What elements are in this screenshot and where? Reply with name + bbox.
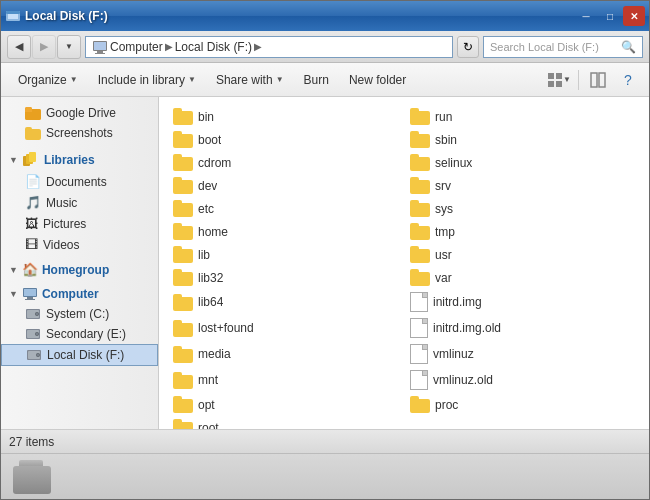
- maximize-button[interactable]: □: [599, 6, 621, 26]
- close-button[interactable]: ✕: [623, 6, 645, 26]
- sidebar-item-local-disk-f[interactable]: Local Disk (F:): [1, 344, 158, 366]
- dropdown-button[interactable]: ▼: [57, 35, 81, 59]
- new-folder-button[interactable]: New folder: [340, 67, 415, 93]
- file-item[interactable]: home: [167, 220, 404, 243]
- file-item[interactable]: initrd.img: [404, 289, 641, 315]
- file-item[interactable]: lib: [167, 243, 404, 266]
- file-name: sys: [435, 202, 453, 216]
- homegroup-header[interactable]: ▼ 🏠 Homegroup: [1, 259, 158, 280]
- share-with-button[interactable]: Share with ▼: [207, 67, 293, 93]
- music-label: Music: [46, 196, 77, 210]
- address-input[interactable]: Computer ▶ Local Disk (F:) ▶: [85, 36, 453, 58]
- file-icon: [410, 292, 428, 312]
- file-item[interactable]: mnt: [167, 367, 404, 393]
- file-name: lost+found: [198, 321, 254, 335]
- file-item[interactable]: bin: [167, 105, 404, 128]
- homegroup-expand-icon: ▼: [9, 265, 18, 275]
- file-item[interactable]: opt: [167, 393, 404, 416]
- folder-icon: [173, 223, 193, 240]
- file-name: bin: [198, 110, 214, 124]
- sidebar-item-screenshots[interactable]: Screenshots: [1, 123, 158, 143]
- sidebar-item-secondary-e[interactable]: Secondary (E:): [1, 324, 158, 344]
- documents-label: Documents: [46, 175, 107, 189]
- pane-icon: [590, 72, 606, 88]
- file-item[interactable]: root: [167, 416, 404, 429]
- svg-rect-8: [556, 73, 562, 79]
- organize-dropdown-icon: ▼: [70, 75, 78, 84]
- file-item[interactable]: boot: [167, 128, 404, 151]
- window-icon: [5, 8, 21, 24]
- libraries-header[interactable]: ▼ Libraries: [1, 149, 158, 171]
- file-item[interactable]: dev: [167, 174, 404, 197]
- file-item[interactable]: srv: [404, 174, 641, 197]
- folder-icon: [173, 294, 193, 311]
- file-item[interactable]: media: [167, 341, 404, 367]
- file-item[interactable]: vmlinuz: [404, 341, 641, 367]
- search-box[interactable]: Search Local Disk (F:) 🔍: [483, 36, 643, 58]
- file-item[interactable]: usr: [404, 243, 641, 266]
- file-item[interactable]: lib32: [167, 266, 404, 289]
- svg-rect-4: [94, 42, 106, 50]
- view-options-button[interactable]: ▼: [546, 67, 572, 93]
- back-button[interactable]: ◀: [7, 35, 31, 59]
- sidebar-item-documents[interactable]: 📄 Documents: [1, 171, 158, 192]
- file-item[interactable]: etc: [167, 197, 404, 220]
- file-item[interactable]: sbin: [404, 128, 641, 151]
- file-item[interactable]: vmlinuz.old: [404, 367, 641, 393]
- file-item[interactable]: run: [404, 105, 641, 128]
- help-button[interactable]: ?: [615, 67, 641, 93]
- search-icon[interactable]: 🔍: [621, 40, 636, 54]
- file-name: run: [435, 110, 452, 124]
- file-item[interactable]: lib64: [167, 289, 404, 315]
- minimize-button[interactable]: ─: [575, 6, 597, 26]
- file-item[interactable]: proc: [404, 393, 641, 416]
- libraries-icon: [22, 152, 40, 168]
- address-bar: ◀ ▶ ▼ Computer ▶ Local Disk (F:) ▶ ↻ Sea…: [1, 31, 649, 63]
- forward-button[interactable]: ▶: [32, 35, 56, 59]
- file-item[interactable]: tmp: [404, 220, 641, 243]
- folder-icon: [410, 223, 430, 240]
- folder-icon: [173, 108, 193, 125]
- folder-icon: [173, 320, 193, 337]
- svg-point-27: [36, 333, 38, 335]
- svg-rect-2: [6, 11, 20, 14]
- sidebar-item-google-drive[interactable]: Google Drive: [1, 103, 158, 123]
- window: Local Disk (F:) ─ □ ✕ ◀ ▶ ▼ Computer ▶: [0, 0, 650, 500]
- hdd-body: [13, 466, 51, 494]
- refresh-button[interactable]: ↻: [457, 36, 479, 58]
- burn-button[interactable]: Burn: [295, 67, 338, 93]
- organize-button[interactable]: Organize ▼: [9, 67, 87, 93]
- sidebar-item-music[interactable]: 🎵 Music: [1, 192, 158, 213]
- file-name: initrd.img: [433, 295, 482, 309]
- file-name: mnt: [198, 373, 218, 387]
- bottom-strip: [1, 453, 649, 499]
- folder-icon: [410, 177, 430, 194]
- sidebar-item-system-c[interactable]: System (C:): [1, 304, 158, 324]
- preview-pane-button[interactable]: [585, 67, 611, 93]
- file-item[interactable]: sys: [404, 197, 641, 220]
- folder-icon: [173, 372, 193, 389]
- file-item[interactable]: initrd.img.old: [404, 315, 641, 341]
- file-name: var: [435, 271, 452, 285]
- nav-buttons: ◀ ▶ ▼: [7, 35, 81, 59]
- folder-icon: [173, 419, 193, 429]
- file-name: proc: [435, 398, 458, 412]
- path-computer: Computer: [110, 40, 163, 54]
- hdd-icon: [13, 460, 53, 494]
- music-icon: 🎵: [25, 195, 41, 210]
- sidebar-item-pictures[interactable]: 🖼 Pictures: [1, 213, 158, 234]
- computer-header[interactable]: ▼ Computer: [1, 284, 158, 304]
- file-item[interactable]: lost+found: [167, 315, 404, 341]
- sidebar-item-videos[interactable]: 🎞 Videos: [1, 234, 158, 255]
- file-name: etc: [198, 202, 214, 216]
- file-name: initrd.img.old: [433, 321, 501, 335]
- libraries-expand-icon: ▼: [9, 155, 18, 165]
- file-item[interactable]: var: [404, 266, 641, 289]
- file-item[interactable]: selinux: [404, 151, 641, 174]
- include-library-button[interactable]: Include in library ▼: [89, 67, 205, 93]
- system-c-label: System (C:): [46, 307, 109, 321]
- burn-label: Burn: [304, 73, 329, 87]
- status-bar: 27 items: [1, 429, 649, 453]
- file-icon: [410, 370, 428, 390]
- file-item[interactable]: cdrom: [167, 151, 404, 174]
